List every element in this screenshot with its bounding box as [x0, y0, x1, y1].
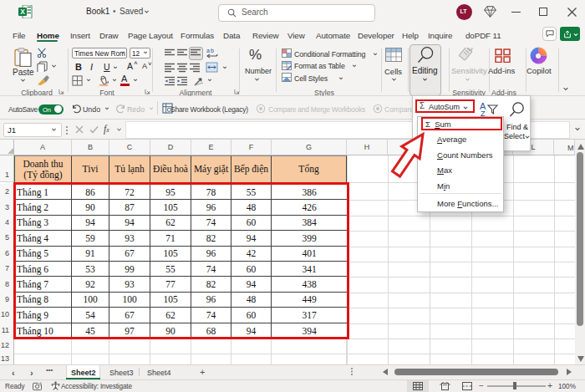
- svg-text:X: X: [20, 8, 25, 16]
- svg-text:b: b: [211, 48, 214, 53]
- svg-text:a: a: [206, 48, 210, 53]
